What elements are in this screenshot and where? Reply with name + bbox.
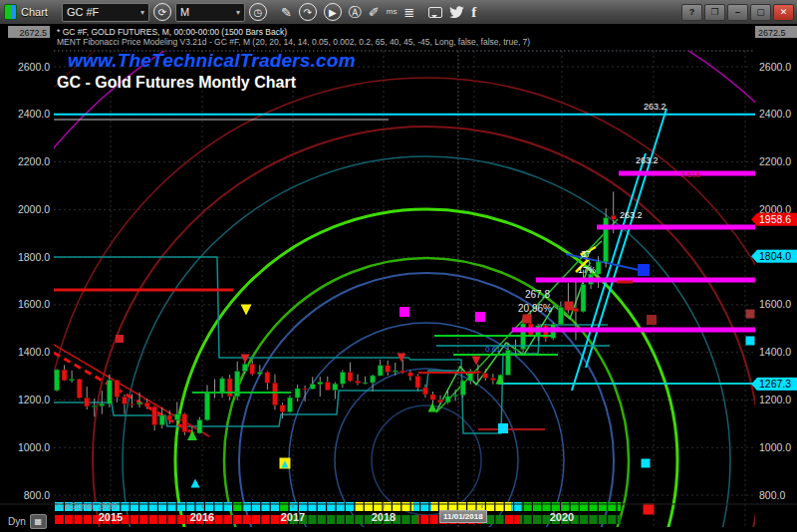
svg-text:2016: 2016 xyxy=(190,511,214,523)
maximize-button[interactable]: ▢ xyxy=(750,4,771,21)
chart-window: Chart GC #F ▾ ⟳ M ▾ ◷ ✎↷▶Ⓐ✐ms≣ f ?❐–▢✕ 2… xyxy=(0,0,797,532)
svg-text:2.618: 2.618 xyxy=(680,170,701,179)
svg-text:2200.0: 2200.0 xyxy=(18,155,50,167)
svg-text:0.61: 0.61 xyxy=(485,345,501,354)
drawing-tools: ✎↷▶Ⓐ✐ms≣ xyxy=(281,3,414,21)
interval-value: M xyxy=(180,6,189,18)
svg-text:1267.3: 1267.3 xyxy=(759,378,791,390)
interval-input[interactable]: M ▾ xyxy=(175,3,245,22)
svg-text:263.2: 263.2 xyxy=(636,155,659,165)
close-button[interactable]: ✕ xyxy=(773,4,794,21)
svg-text:1000.0: 1000.0 xyxy=(759,441,791,453)
window-buttons: ?❐–▢✕ xyxy=(681,4,794,21)
facebook-icon[interactable]: f xyxy=(471,5,476,20)
help-button[interactable]: ? xyxy=(681,4,702,21)
marker-pen-icon[interactable]: ✐ xyxy=(369,6,380,19)
svg-text:2020: 2020 xyxy=(550,511,574,523)
svg-text:1804.0: 1804.0 xyxy=(759,250,791,262)
svg-text:267.8: 267.8 xyxy=(525,289,550,300)
chart-area: 263.2263.2263.2267.820.96%3717%0.612.618… xyxy=(0,24,797,532)
social-tools: f xyxy=(428,5,476,20)
svg-text:2400.0: 2400.0 xyxy=(18,108,50,120)
svg-text:1200.0: 1200.0 xyxy=(759,394,791,405)
ms-label-icon[interactable]: ms xyxy=(387,8,398,16)
auto-analysis-a-icon[interactable]: Ⓐ xyxy=(349,6,362,19)
svg-text:1400.0: 1400.0 xyxy=(18,346,50,358)
price-chart[interactable]: 263.2263.2263.2267.820.96%3717%0.612.618… xyxy=(0,24,797,532)
svg-text:800.0: 800.0 xyxy=(24,489,50,501)
twitter-icon[interactable] xyxy=(449,6,464,18)
svg-text:263.2: 263.2 xyxy=(644,102,666,112)
symbol-value: GC #F xyxy=(67,6,99,18)
chevron-down-icon: ▾ xyxy=(140,8,144,17)
window-titlebar: Chart GC #F ▾ ⟳ M ▾ ◷ ✎↷▶Ⓐ✐ms≣ f ?❐–▢✕ xyxy=(0,0,797,25)
svg-text:17%: 17% xyxy=(578,265,596,275)
svg-text:2017: 2017 xyxy=(281,511,305,523)
svg-text:20.96%: 20.96% xyxy=(518,303,552,314)
svg-text:2200.0: 2200.0 xyxy=(759,155,791,167)
svg-text:2000.0: 2000.0 xyxy=(18,203,50,215)
svg-text:1958.6: 1958.6 xyxy=(759,213,791,225)
svg-text:2672.5: 2672.5 xyxy=(758,28,786,38)
esignal-chart-icon xyxy=(4,4,17,20)
chat-icon[interactable] xyxy=(428,7,442,18)
svg-text:1200.0: 1200.0 xyxy=(18,394,50,405)
svg-text:1800.0: 1800.0 xyxy=(18,251,50,263)
svg-text:2600.0: 2600.0 xyxy=(18,61,50,73)
console-icon[interactable]: ≣ xyxy=(403,6,414,19)
play-circle-icon[interactable]: ▶ xyxy=(324,3,342,21)
svg-text:2672.5: 2672.5 xyxy=(19,28,47,38)
symbol-input[interactable]: GC #F ▾ xyxy=(62,3,149,22)
symbol-lookup-button[interactable]: ⟳ xyxy=(153,3,171,21)
pencil-draw-icon[interactable]: ✎ xyxy=(281,6,292,19)
minimize-button[interactable]: – xyxy=(727,4,748,21)
svg-text:1600.0: 1600.0 xyxy=(759,298,791,310)
svg-text:2400.0: 2400.0 xyxy=(759,108,791,120)
chevron-down-icon: ▾ xyxy=(236,8,240,17)
svg-text:1400.0: 1400.0 xyxy=(759,346,791,358)
redo-arrow-icon[interactable]: ↷ xyxy=(299,3,317,21)
time-template-button[interactable]: ◷ xyxy=(249,3,267,21)
svg-text:1000.0: 1000.0 xyxy=(18,441,50,453)
svg-text:2015: 2015 xyxy=(99,511,123,523)
svg-text:2600.0: 2600.0 xyxy=(759,61,791,73)
svg-text:1600.0: 1600.0 xyxy=(18,298,50,310)
svg-text:263.2: 263.2 xyxy=(620,210,643,220)
svg-text:9: 9 xyxy=(479,511,485,523)
window-title: Chart xyxy=(21,6,48,18)
svg-text:2018: 2018 xyxy=(372,511,396,523)
restore-button[interactable]: ❐ xyxy=(704,4,725,21)
svg-text:37: 37 xyxy=(581,249,591,259)
svg-text:800.0: 800.0 xyxy=(759,489,785,501)
